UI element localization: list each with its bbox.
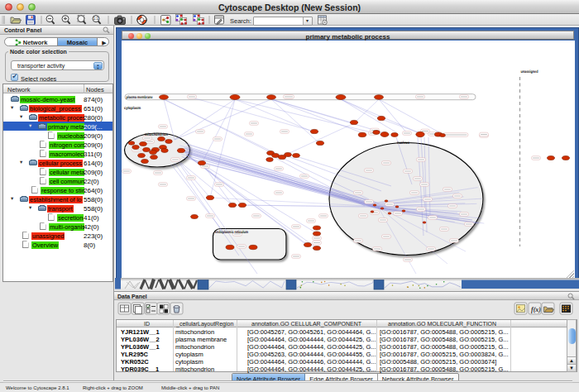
svg-text:mitochondrion: mitochondrion xyxy=(145,132,168,137)
svg-text:endoplasmic reticulum: endoplasmic reticulum xyxy=(215,230,248,235)
svg-text:plasma membrane: plasma membrane xyxy=(127,95,153,100)
svg-text:nucleus: nucleus xyxy=(397,141,409,146)
svg-text:1:1: 1:1 xyxy=(93,17,99,21)
svg-text:unassigned: unassigned xyxy=(521,69,538,74)
svg-text:f(x): f(x) xyxy=(531,306,541,313)
svg-text:cytoplasm: cytoplasm xyxy=(124,106,141,111)
